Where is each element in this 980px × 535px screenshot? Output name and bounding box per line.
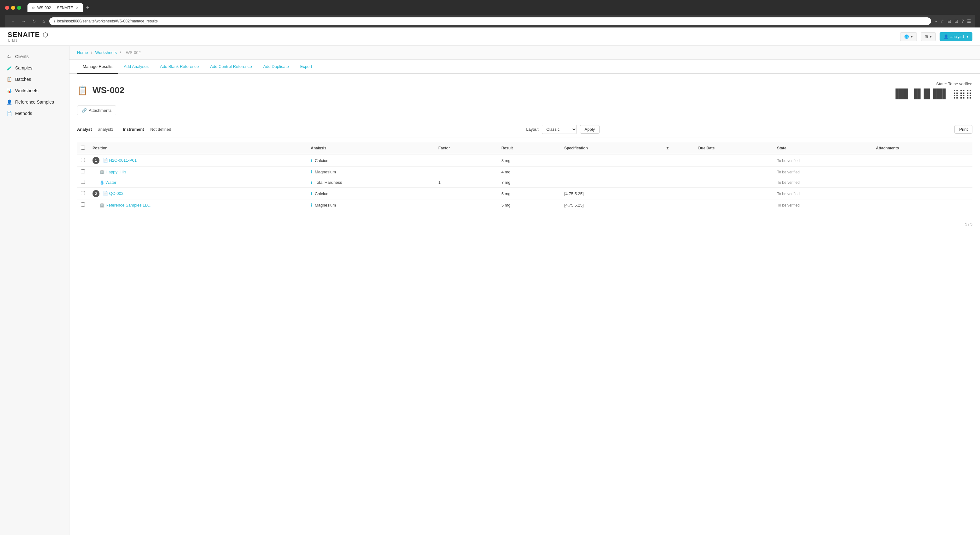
info-icon[interactable]: ℹ bbox=[311, 158, 312, 163]
back-button[interactable]: ← bbox=[9, 18, 17, 25]
sidebar-item-clients[interactable]: 🗂 Clients bbox=[0, 51, 69, 62]
state-badge: To be verified bbox=[777, 192, 799, 196]
parent-link[interactable]: Reference Samples LLC. bbox=[105, 203, 151, 207]
sample-id-link[interactable]: QC-002 bbox=[109, 191, 123, 196]
apply-button[interactable]: Apply bbox=[580, 125, 600, 134]
tab-add-control-reference[interactable]: Add Control Reference bbox=[205, 60, 258, 74]
user-button[interactable]: 👤 analyst1 ▾ bbox=[940, 32, 972, 41]
help-icon[interactable]: ? bbox=[961, 19, 964, 24]
plusminus-cell bbox=[663, 154, 694, 167]
attachment-icon: 🔗 bbox=[82, 108, 87, 113]
analyst-field: Analyst · analyst1 bbox=[77, 127, 113, 132]
breadcrumb-worksheets[interactable]: Worksheets bbox=[95, 50, 117, 55]
matrix-link[interactable]: Water bbox=[105, 180, 116, 185]
row-checkbox-cell bbox=[77, 188, 89, 200]
browser-tab[interactable]: ⊙ WS-002 — SENAITE ✕ bbox=[27, 3, 83, 12]
result-cell: 5 mg bbox=[498, 200, 560, 210]
library-icon[interactable]: ⊟ bbox=[948, 19, 951, 24]
tab-manage-results[interactable]: Manage Results bbox=[77, 60, 118, 74]
position-badge: 1 bbox=[92, 157, 99, 164]
analyst-label: Analyst bbox=[77, 127, 92, 132]
sidebar-item-reference-samples[interactable]: 👤 Reference Samples bbox=[0, 96, 69, 108]
tab-close-button[interactable]: ✕ bbox=[75, 5, 79, 10]
analysis-name: Magnesium bbox=[315, 203, 336, 207]
state-cell: To be verified bbox=[773, 154, 872, 167]
info-icon[interactable]: ℹ bbox=[311, 170, 312, 174]
layout-select[interactable]: Classic Transposed bbox=[542, 125, 577, 134]
analyst-value: analyst1 bbox=[98, 127, 113, 132]
state-cell: To be verified bbox=[773, 188, 872, 200]
header-position: Position bbox=[89, 142, 307, 154]
samples-icon: 🧪 bbox=[6, 65, 12, 70]
minimize-button[interactable] bbox=[11, 6, 15, 10]
result-cell: 7 mg bbox=[498, 177, 560, 188]
globe-icon: 🌐 bbox=[904, 34, 909, 39]
breadcrumb-sep2: / bbox=[120, 50, 122, 55]
grid-button[interactable]: ⊞ ▾ bbox=[921, 32, 936, 41]
page-header: 📋 WS-002 State: To be verified ▐█▌▐▌█▐█▌… bbox=[77, 81, 972, 99]
info-icon[interactable]: ℹ bbox=[311, 203, 312, 207]
sidebar-item-batches[interactable]: 📋 Batches bbox=[0, 73, 69, 85]
row-checkbox[interactable] bbox=[81, 202, 85, 207]
row-checkbox[interactable] bbox=[81, 191, 85, 195]
tab-add-blank-reference[interactable]: Add Blank Reference bbox=[154, 60, 205, 74]
breadcrumb-sep1: / bbox=[91, 50, 93, 55]
header-factor: Factor bbox=[435, 142, 498, 154]
sidebar-item-worksheets[interactable]: 📊 Worksheets bbox=[0, 85, 69, 96]
refresh-button[interactable]: ↻ bbox=[30, 18, 38, 25]
tabs-icon[interactable]: ⊡ bbox=[955, 19, 958, 24]
sidebar: 🗂 Clients 🧪 Samples 📋 Batches 📊 Workshee… bbox=[0, 46, 70, 535]
state-cell: To be verified bbox=[773, 200, 872, 210]
row-checkbox[interactable] bbox=[81, 158, 85, 162]
sample-icon: 📄 bbox=[103, 191, 108, 196]
position-cell: 💧 Water bbox=[89, 177, 307, 188]
breadcrumb-home[interactable]: Home bbox=[77, 50, 88, 55]
position-cell: 2 📄 QC-002 bbox=[89, 188, 307, 200]
home-button[interactable]: ⌂ bbox=[40, 18, 47, 25]
main-content: Home / Worksheets / WS-002 Manage Result… bbox=[70, 46, 980, 535]
sample-id-link[interactable]: H2O-0011-P01 bbox=[109, 158, 137, 162]
tab-title: WS-002 — SENAITE bbox=[37, 6, 73, 10]
batches-icon: 📋 bbox=[6, 77, 12, 82]
more-options-icon[interactable]: ··· bbox=[934, 19, 937, 24]
forward-button[interactable]: → bbox=[19, 18, 28, 25]
table-row: 1 📄 H2O-0011-P01 ℹ Calcium 3 mg bbox=[77, 154, 972, 167]
sidebar-item-methods[interactable]: 📄 Methods bbox=[0, 108, 69, 119]
analysis-cell: ℹ Total Hardness bbox=[307, 177, 434, 188]
print-button[interactable]: Print bbox=[955, 125, 972, 134]
row-checkbox[interactable] bbox=[81, 169, 85, 174]
header-right: 🌐 ▾ ⊞ ▾ 👤 analyst1 ▾ bbox=[900, 32, 972, 41]
barcode-2d-icon[interactable]: ⣿⣿⣿ bbox=[953, 89, 972, 99]
sidebar-item-label: Samples bbox=[15, 65, 32, 70]
analysis-cell: ℹ Magnesium bbox=[307, 167, 434, 177]
new-tab-button[interactable]: + bbox=[83, 3, 92, 12]
tab-add-analyses[interactable]: Add Analyses bbox=[118, 60, 154, 74]
tab-add-duplicate[interactable]: Add Duplicate bbox=[258, 60, 294, 74]
bookmark-icon[interactable]: ☆ bbox=[940, 19, 944, 24]
attachments-cell bbox=[872, 154, 972, 167]
matrix-icon: 💧 bbox=[99, 180, 105, 185]
parent-icon: 🏢 bbox=[99, 170, 105, 174]
menu-icon[interactable]: ☰ bbox=[967, 19, 971, 24]
sidebar-item-samples[interactable]: 🧪 Samples bbox=[0, 62, 69, 73]
row-checkbox-cell bbox=[77, 177, 89, 188]
plusminus-cell bbox=[663, 167, 694, 177]
instrument-label: Instrument bbox=[123, 127, 144, 132]
row-checkbox-cell bbox=[77, 154, 89, 167]
globe-button[interactable]: 🌐 ▾ bbox=[900, 32, 917, 41]
attachments-button[interactable]: 🔗 Attachments bbox=[77, 105, 116, 115]
plusminus-cell bbox=[663, 188, 694, 200]
barcode-1d-icon[interactable]: ▐█▌▐▌█▐█▌ bbox=[892, 89, 949, 99]
row-checkbox[interactable] bbox=[81, 180, 85, 184]
info-icon[interactable]: ℹ bbox=[311, 191, 312, 196]
tab-bar: Manage Results Add Analyses Add Blank Re… bbox=[70, 60, 980, 74]
info-icon[interactable]: ℹ bbox=[311, 180, 312, 185]
maximize-button[interactable] bbox=[17, 6, 21, 10]
parent-icon: 🏢 bbox=[99, 203, 105, 207]
parent-link[interactable]: Happy Hills bbox=[105, 170, 126, 174]
select-all-checkbox[interactable] bbox=[81, 146, 85, 150]
factor-cell bbox=[435, 188, 498, 200]
close-button[interactable] bbox=[5, 6, 9, 10]
specification-cell bbox=[560, 154, 663, 167]
tab-export[interactable]: Export bbox=[294, 60, 318, 74]
